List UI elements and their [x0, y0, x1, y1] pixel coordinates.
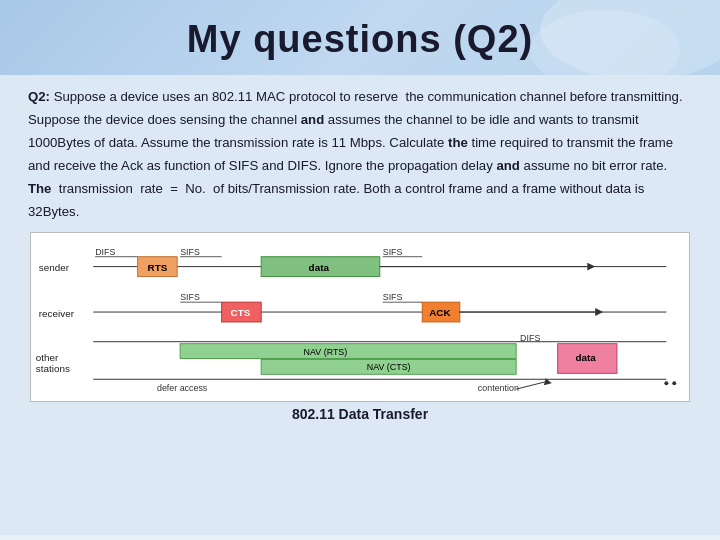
- other-stations-label2: stations: [36, 363, 70, 374]
- difs2-label: DIFS: [520, 332, 540, 342]
- nav-cts-text: NAV (CTS): [367, 362, 411, 372]
- diagram-svg: sender receiver other stations DIFS RTS …: [30, 232, 690, 402]
- sifs2-label: SIFS: [383, 246, 403, 256]
- sender-label: sender: [39, 261, 70, 272]
- receiver-arrow: [595, 308, 603, 316]
- diagram-container: sender receiver other stations DIFS RTS …: [28, 232, 692, 422]
- dot1: [664, 381, 668, 385]
- dot2: [672, 381, 676, 385]
- ack-text: ACK: [429, 307, 451, 318]
- data-text-sender: data: [309, 261, 330, 272]
- sifs4-label: SIFS: [383, 292, 403, 302]
- contention-label: contention: [478, 383, 519, 393]
- defer-access-label: defer access: [157, 383, 208, 393]
- content-area: Q2: Suppose a device uses an 802.11 MAC …: [0, 75, 720, 535]
- question-text: Q2: Suppose a device uses an 802.11 MAC …: [28, 85, 692, 224]
- sender-arrow: [587, 262, 595, 270]
- difs-label: DIFS: [95, 246, 115, 256]
- header: My questions (Q2): [0, 0, 720, 75]
- sifs3-label: SIFS: [180, 292, 200, 302]
- page-title: My questions (Q2): [30, 18, 690, 61]
- other-stations-label: other: [36, 352, 59, 363]
- svg-line-11: [516, 381, 548, 389]
- question-label: Q2:: [28, 89, 50, 104]
- nav-rts-block: [180, 343, 516, 358]
- cts-text: CTS: [231, 307, 251, 318]
- diagram-caption: 802.11 Data Transfer: [292, 406, 428, 422]
- sifs1-label: SIFS: [180, 246, 200, 256]
- receiver-label: receiver: [39, 308, 75, 319]
- question-body: Suppose a device uses an 802.11 MAC prot…: [28, 89, 683, 219]
- nav-rts-text: NAV (RTS): [304, 346, 348, 356]
- data-text-other: data: [575, 352, 596, 363]
- rts-text: RTS: [148, 261, 168, 272]
